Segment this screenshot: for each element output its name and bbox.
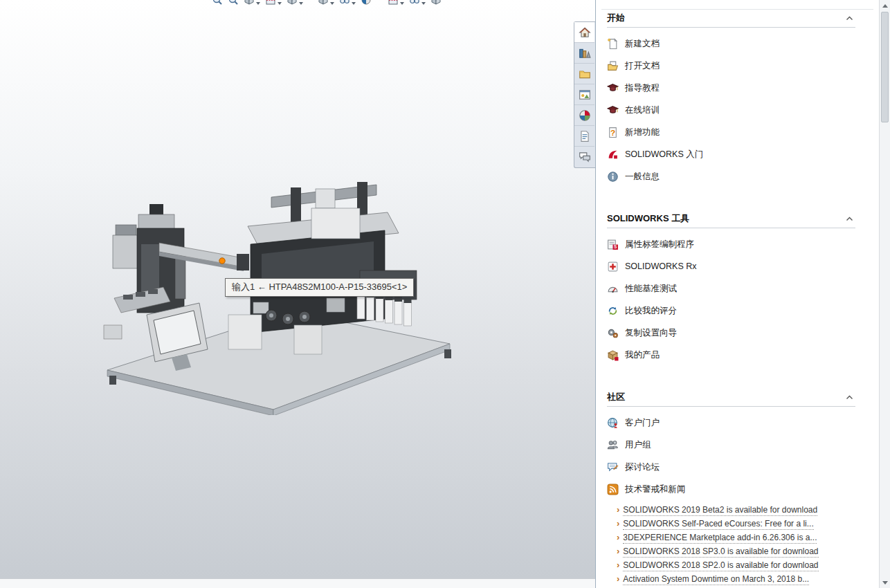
dropdown-caret-icon[interactable] [330, 2, 334, 5]
tab-home[interactable] [574, 22, 594, 43]
edit-appearance-icon [361, 0, 372, 6]
tab-forum[interactable] [574, 147, 594, 167]
item-label: 比较我的评分 [625, 305, 677, 317]
taskpane-item[interactable]: 我的产品 [607, 344, 855, 366]
taskpane-section: SOLIDWORKS 工具 属性标签编制程序 SOLIDWORKS Rx 性能基… [607, 210, 855, 366]
news-link[interactable]: SOLIDWORKS 2018 SP3.0 is available for d… [623, 546, 818, 558]
tab-file-explorer[interactable] [574, 64, 594, 84]
general-info-icon [607, 171, 619, 183]
taskpane-item[interactable]: 属性标签编制程序 [607, 233, 855, 255]
view-palette-icon [579, 89, 591, 101]
apply-scene-button[interactable] [388, 0, 404, 7]
taskpane-item[interactable]: 一般信息 [607, 165, 855, 187]
section-view-icon [265, 0, 276, 6]
previous-view-button[interactable] [244, 0, 260, 7]
news-list: › SOLIDWORKS 2019 Beta2 is available for… [617, 504, 865, 587]
sw-getting-started-icon [607, 149, 619, 160]
taskpane-item[interactable]: SOLIDWORKS Rx [607, 255, 855, 277]
taskpane-item[interactable]: 新增功能 [607, 121, 855, 143]
arrow-down-icon [882, 581, 888, 585]
item-label: SOLIDWORKS Rx [625, 261, 697, 271]
section-view-button[interactable] [265, 0, 282, 7]
news-link[interactable]: SOLIDWORKS 2018 SP2.0 is available for d… [623, 560, 818, 571]
item-label: 新增功能 [625, 127, 660, 138]
dropdown-caret-icon[interactable] [278, 2, 282, 5]
taskpane-item[interactable]: 用户组 [607, 434, 855, 456]
solidworks-window: 输入1 ← HTPA48S2M100-A-P15-33695<1> 开始 新建文… [0, 0, 890, 588]
tech-alerts-icon [607, 484, 619, 495]
link-bullet-icon: › [617, 504, 619, 515]
copy-settings-wizard-icon [607, 327, 619, 339]
scroll-up-button[interactable] [880, 0, 890, 11]
collapse-chevron-icon[interactable] [845, 394, 854, 401]
taskpane-item[interactable]: 复制设置向导 [607, 322, 855, 344]
news-link[interactable]: SOLIDWORKS 2019 Beta2 is available for d… [623, 505, 817, 516]
item-label: 一般信息 [625, 171, 660, 183]
view-orientation-button[interactable] [287, 0, 303, 7]
news-item[interactable]: › SOLIDWORKS 2019 Beta2 is available for… [617, 504, 865, 518]
edit-appearance-button[interactable] [361, 0, 372, 7]
taskpane-item[interactable]: 性能基准测试 [607, 277, 855, 300]
import-feature-tooltip: 输入1 ← HTPA48S2M100-A-P15-33695<1> [225, 278, 414, 297]
previous-view-icon [244, 0, 255, 6]
tab-design-library[interactable] [574, 43, 594, 64]
dropdown-caret-icon[interactable] [421, 2, 426, 5]
section-header[interactable]: SOLIDWORKS 工具 [607, 210, 855, 228]
news-item[interactable]: › SOLIDWORKS 2018 SP3.0 is available for… [617, 546, 865, 560]
camera-icon [430, 0, 442, 6]
taskpane-tabs [574, 21, 595, 168]
tab-appearances[interactable] [574, 105, 594, 126]
zoom-area-button[interactable] [212, 0, 223, 7]
dropdown-caret-icon[interactable] [400, 2, 404, 5]
design-library-icon [579, 47, 591, 59]
collapse-chevron-icon[interactable] [845, 15, 854, 21]
taskpane-item[interactable]: SOLIDWORKS 入门 [607, 143, 855, 165]
taskpane-item[interactable]: 在线培训 [607, 99, 855, 121]
item-label: 我的产品 [625, 349, 660, 361]
taskpane-item[interactable]: 技术警戒和新闻 [607, 478, 855, 500]
section-header[interactable]: 开始 [607, 10, 855, 28]
taskpane-item[interactable]: 探讨论坛 [607, 456, 855, 478]
hide-show-items-button[interactable] [339, 0, 356, 7]
taskpane-scrollbar[interactable] [879, 0, 890, 588]
news-link[interactable]: 3DEXPERIENCE Marketplace add-in 6.26.306… [623, 533, 817, 544]
taskpane-item[interactable]: 客户门户 [607, 412, 855, 434]
section-header[interactable]: 社区 [607, 389, 855, 407]
custom-properties-icon [579, 130, 591, 143]
news-item[interactable]: › SOLIDWORKS 2018 SP2.0 is available for… [617, 560, 865, 573]
view-settings-button[interactable] [409, 0, 426, 7]
dropdown-caret-icon[interactable] [352, 2, 356, 5]
whats-new-icon [607, 127, 619, 138]
tab-custom-properties[interactable] [574, 126, 594, 147]
taskpane-item[interactable]: 打开文档 [607, 55, 855, 77]
dropdown-caret-icon[interactable] [299, 2, 303, 5]
taskpane-item[interactable]: 新建文档 [607, 33, 855, 55]
taskpane-section: 社区 客户门户 用户组 探讨论坛 技术警戒和新闻 [607, 389, 855, 500]
taskpane-item[interactable]: 比较我的评分 [607, 300, 855, 322]
scroll-down-button[interactable] [880, 577, 890, 588]
scrollbar-thumb[interactable] [881, 12, 889, 122]
news-link[interactable]: SOLIDWORKS Self-Paced eCourses: Free for… [623, 519, 813, 530]
tab-view-palette[interactable] [574, 84, 594, 105]
forum-icon [579, 151, 591, 163]
graphics-area[interactable]: 输入1 ← HTPA48S2M100-A-P15-33695<1> [0, 0, 596, 578]
dropdown-caret-icon[interactable] [256, 2, 260, 5]
zoom-area-icon [212, 0, 223, 6]
arrow-up-icon [882, 4, 888, 8]
link-bullet-icon: › [617, 573, 619, 585]
news-item[interactable]: › 3DEXPERIENCE Marketplace add-in 6.26.3… [617, 532, 865, 546]
news-item[interactable]: › SOLIDWORKS Self-Paced eCourses: Free f… [617, 518, 865, 532]
camera-button[interactable] [430, 0, 442, 7]
view-orientation-icon [287, 0, 298, 6]
compare-scores-icon [607, 305, 619, 317]
display-style-button[interactable] [318, 0, 334, 7]
section-items: 客户门户 用户组 探讨论坛 技术警戒和新闻 [607, 407, 855, 500]
news-item[interactable]: › Activation System Downtime on March 3,… [617, 573, 865, 587]
display-style-icon [318, 0, 329, 6]
collapse-chevron-icon[interactable] [845, 216, 854, 222]
news-link[interactable]: Activation System Downtime on March 3, 2… [623, 574, 809, 585]
section-items: 新建文档 打开文档 指导教程 在线培训 新增功能 SOLIDWORKS 入门 一… [607, 28, 855, 187]
taskpane-item[interactable]: 指导教程 [607, 77, 855, 99]
zoom-fit-button[interactable] [228, 0, 239, 7]
item-label: 客户门户 [625, 417, 660, 429]
